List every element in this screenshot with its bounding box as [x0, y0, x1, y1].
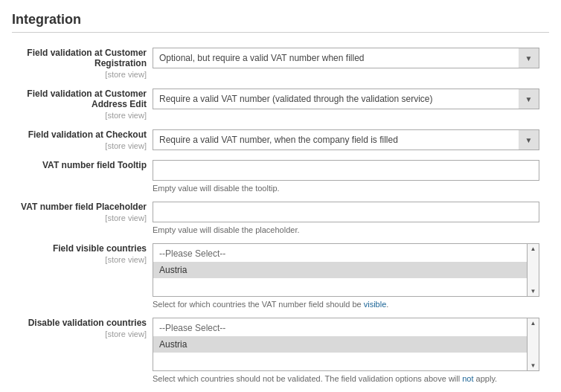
section-title: Integration [12, 12, 549, 33]
select-visible-countries[interactable]: --Please Select-- Austria [153, 244, 527, 296]
select-wrapper-field3: Optional, but require a valid VAT number… [153, 129, 539, 150]
row-vat-tooltip: VAT number field Tooltip Tooltip for add… [12, 155, 549, 197]
select-wrapper-field2: Optional, but require a valid VAT number… [153, 89, 539, 109]
row-field-validation-address: Field validation at Customer Address Edi… [12, 84, 549, 125]
label-visible-countries: Field visible countries [15, 243, 147, 254]
store-view-field6: [store view] [105, 255, 147, 264]
row-vat-placeholder: VAT number field Placeholder [store view… [12, 197, 549, 239]
hint-vat-placeholder: Empty value will disable the placeholder… [153, 225, 546, 234]
label-field-validation-address: Field validation at Customer Address Edi… [15, 89, 147, 109]
input-vat-tooltip[interactable]: Tooltip for additional help [153, 160, 539, 181]
store-view-field2: [store view] [105, 111, 147, 120]
scrollbar-visible-countries [527, 244, 539, 296]
integration-form: Field validation at Customer Registratio… [12, 43, 549, 388]
row-field-validation-checkout: Field validation at Checkout [store view… [12, 125, 549, 155]
select-field-validation-registration[interactable]: Optional, but require a valid VAT number… [153, 48, 539, 68]
label-disable-validation-countries: Disable validation countries [15, 318, 147, 328]
label-field-validation-registration: Field validation at Customer Registratio… [15, 48, 147, 68]
select-field-validation-checkout[interactable]: Optional, but require a valid VAT number… [153, 129, 539, 150]
label-vat-tooltip: VAT number field Tooltip [15, 160, 147, 170]
hint-visible-countries: Select for which countries the VAT numbe… [153, 300, 546, 309]
store-view-field7: [store view] [105, 330, 147, 338]
row-field-validation-registration: Field validation at Customer Registratio… [12, 43, 549, 84]
select-wrapper-field1: Optional, but require a valid VAT number… [153, 48, 539, 68]
select-field-validation-address[interactable]: Optional, but require a valid VAT number… [153, 89, 539, 109]
label-vat-placeholder: VAT number field Placeholder [15, 202, 147, 212]
multiselect-wrapper-field7: --Please Select-- Austria [153, 318, 539, 371]
label-field-validation-checkout: Field validation at Checkout [15, 129, 147, 140]
select-disable-validation-countries[interactable]: --Please Select-- Austria [153, 318, 527, 370]
store-view-field1: [store view] [105, 70, 147, 79]
row-disable-validation-countries: Disable validation countries [store view… [12, 313, 549, 388]
row-visible-countries: Field visible countries [store view] --P… [12, 239, 549, 313]
scrollbar-disable-countries [527, 318, 539, 370]
store-view-field5: [store view] [105, 213, 147, 222]
multiselect-wrapper-field6: --Please Select-- Austria [153, 243, 539, 297]
input-vat-placeholder[interactable]: NL12345678B01 [153, 202, 539, 222]
hint-disable-countries: Select which countries should not be val… [153, 374, 546, 383]
store-view-field3: [store view] [105, 141, 147, 150]
hint-vat-tooltip: Empty value will disable the tooltip. [153, 184, 546, 193]
